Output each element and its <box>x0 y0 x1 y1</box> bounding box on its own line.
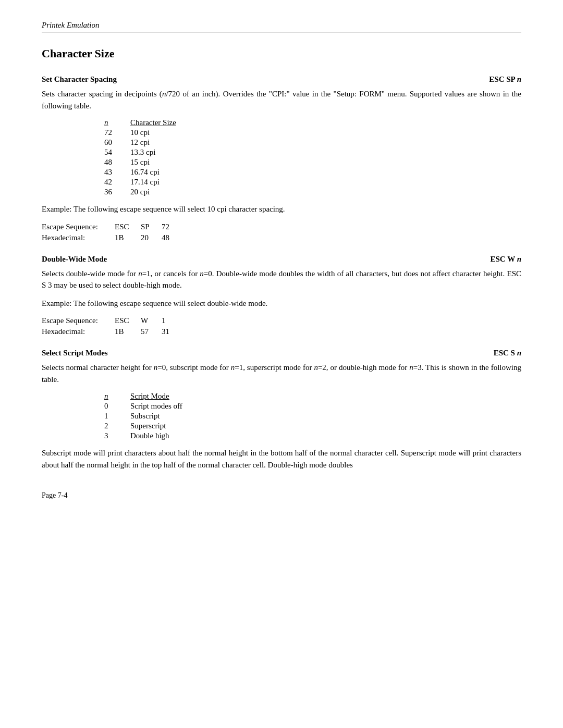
section-title-1: Set Character Spacing <box>42 75 117 84</box>
table-cell-value: 15 cpi <box>130 157 192 167</box>
escape-table-1: Escape Sequence: ESC SP 72 Hexadecimal: … <box>42 221 521 243</box>
section-title-3: Select Script Modes <box>42 349 108 357</box>
table-row: 2 Superscript <box>104 421 198 431</box>
hex-label: Hexadecimal: <box>42 232 115 243</box>
section-header-1: Set Character Spacing ESC SP n <box>42 75 521 84</box>
section-body-3: Selects normal character height for n=0,… <box>42 362 521 385</box>
section-command-2: ESC W n <box>491 255 521 264</box>
escape-val: W <box>141 315 162 326</box>
table-header-row: n Character Size <box>104 118 192 128</box>
table-row: Hexadecimal: 1B 20 48 <box>42 232 180 243</box>
hex-val: 1B <box>115 232 141 243</box>
table-cell-n: 36 <box>104 187 130 197</box>
footer: Page 7-4 <box>42 491 521 500</box>
table-cell-n: 60 <box>104 138 130 147</box>
table-row: 1 Subscript <box>104 411 198 421</box>
hex-val: 1B <box>115 326 141 337</box>
table-header-row: n Script Mode <box>104 391 198 401</box>
col-scriptmode-header: Script Mode <box>130 391 198 401</box>
table-row: Escape Sequence: ESC W 1 <box>42 315 180 326</box>
table-cell-value: 12 cpi <box>130 138 192 147</box>
section-set-character-spacing: Set Character Spacing ESC SP n Sets char… <box>42 75 521 243</box>
escape-label: Escape Sequence: <box>42 315 115 326</box>
section-body-4: Subscript mode will print characters abo… <box>42 447 521 471</box>
table-cell-value: 10 cpi <box>130 128 192 138</box>
table-row: 36 20 cpi <box>104 187 192 197</box>
header-title: Printek Emulation <box>42 21 99 29</box>
section-body-1: Sets character spacing in decipoints (n/… <box>42 88 521 112</box>
table-cell-value: 16.74 cpi <box>130 167 192 177</box>
table-row: 0 Script modes off <box>104 401 198 411</box>
page-number: Page 7-4 <box>42 491 67 499</box>
hex-val: 57 <box>141 326 162 337</box>
hex-val: 48 <box>162 232 180 243</box>
section-select-script-modes: Select Script Modes ESC S n Selects norm… <box>42 349 521 471</box>
escape-label: Escape Sequence: <box>42 221 115 232</box>
character-size-table: n Character Size 72 10 cpi 60 12 cpi 54 … <box>104 118 521 197</box>
col-charsize-header: Character Size <box>130 118 192 128</box>
section-header-2: Double-Wide Mode ESC W n <box>42 255 521 264</box>
table-row: Escape Sequence: ESC SP 72 <box>42 221 180 232</box>
script-mode-table: n Script Mode 0 Script modes off 1 Subsc… <box>104 391 521 441</box>
hex-val: 20 <box>141 232 162 243</box>
table-cell-value: Superscript <box>130 421 198 431</box>
example-text-1: Example: The following escape sequence w… <box>42 203 521 215</box>
section-command-1: ESC SP n <box>489 75 521 84</box>
example-text-2: Example: The following escape sequence w… <box>42 298 521 310</box>
escape-table-2: Escape Sequence: ESC W 1 Hexadecimal: 1B… <box>42 315 521 337</box>
table-row: 43 16.74 cpi <box>104 167 192 177</box>
section-double-wide-mode: Double-Wide Mode ESC W n Selects double-… <box>42 255 521 338</box>
table-cell-n: 43 <box>104 167 130 177</box>
page-title: Character Size <box>42 47 521 60</box>
escape-val: 1 <box>162 315 180 326</box>
table-cell-n: 72 <box>104 128 130 138</box>
escape-val: SP <box>141 221 162 232</box>
table-cell-n: 2 <box>104 421 130 431</box>
hex-label: Hexadecimal: <box>42 326 115 337</box>
table-cell-value: 13.3 cpi <box>130 147 192 157</box>
table-cell-value: Double high <box>130 431 198 441</box>
table-row: 60 12 cpi <box>104 138 192 147</box>
section-body-2: Selects double-wide mode for n=1, or can… <box>42 268 521 291</box>
table-cell-value: Subscript <box>130 411 198 421</box>
escape-val: 72 <box>162 221 180 232</box>
table-cell-n: 0 <box>104 401 130 411</box>
table-cell-value: Script modes off <box>130 401 198 411</box>
table-cell-value: 20 cpi <box>130 187 192 197</box>
table-cell-value: 17.14 cpi <box>130 177 192 187</box>
escape-val: ESC <box>115 221 141 232</box>
col-n-header: n <box>104 118 130 128</box>
escape-val: ESC <box>115 315 141 326</box>
hex-val: 31 <box>162 326 180 337</box>
col-n-header: n <box>104 391 130 401</box>
table-row: 48 15 cpi <box>104 157 192 167</box>
table-cell-n: 3 <box>104 431 130 441</box>
table-row: 54 13.3 cpi <box>104 147 192 157</box>
table-row: Hexadecimal: 1B 57 31 <box>42 326 180 337</box>
header-section: Printek Emulation <box>42 21 521 32</box>
table-cell-n: 1 <box>104 411 130 421</box>
table-row: 3 Double high <box>104 431 198 441</box>
table-cell-n: 48 <box>104 157 130 167</box>
section-command-3: ESC S n <box>494 349 521 357</box>
section-title-2: Double-Wide Mode <box>42 255 107 264</box>
section-header-3: Select Script Modes ESC S n <box>42 349 521 357</box>
table-row: 42 17.14 cpi <box>104 177 192 187</box>
table-cell-n: 42 <box>104 177 130 187</box>
table-cell-n: 54 <box>104 147 130 157</box>
table-row: 72 10 cpi <box>104 128 192 138</box>
